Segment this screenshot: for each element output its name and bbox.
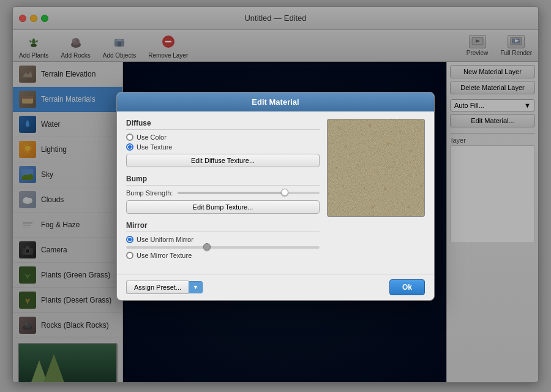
svg-point-38 <box>345 145 347 148</box>
svg-point-49 <box>383 187 386 190</box>
svg-point-32 <box>339 127 341 129</box>
use-color-label: Use Color <box>137 134 167 141</box>
svg-point-36 <box>399 130 402 132</box>
svg-point-47 <box>342 184 344 187</box>
use-mirror-texture-label: Use Mirror Texture <box>137 252 192 259</box>
use-mirror-texture-row: Use Mirror Texture <box>126 252 320 259</box>
modal-title: Edit Material <box>252 97 299 107</box>
use-color-radio[interactable] <box>126 134 133 141</box>
svg-point-51 <box>420 184 422 187</box>
assign-preset-button[interactable]: Assign Preset... <box>126 281 189 294</box>
svg-point-55 <box>390 200 392 202</box>
modal-body: Diffuse Use Color Use Texture Edit Diffu… <box>117 111 434 274</box>
diffuse-title: Diffuse <box>126 119 320 130</box>
svg-point-54 <box>372 205 375 208</box>
svg-point-42 <box>335 167 337 168</box>
svg-point-37 <box>418 127 419 129</box>
bump-slider-fill <box>178 192 284 194</box>
use-texture-label: Use Texture <box>137 143 173 151</box>
modal-left-panel: Diffuse Use Color Use Texture Edit Diffu… <box>126 119 320 266</box>
use-mirror-texture-radio[interactable] <box>126 252 133 259</box>
bump-title: Bump <box>126 175 320 186</box>
assign-preset-row: Assign Preset... ▼ <box>126 281 203 294</box>
svg-point-35 <box>381 137 383 138</box>
edit-bump-texture-button[interactable]: Edit Bump Texture... <box>126 200 320 214</box>
use-uniform-mirror-row: Use Uniform Mirror <box>126 236 320 243</box>
bump-strength-slider[interactable] <box>178 192 320 194</box>
svg-point-39 <box>363 151 365 153</box>
modal-title-bar: Edit Material <box>117 92 434 111</box>
svg-point-43 <box>356 164 359 166</box>
svg-point-33 <box>351 134 353 135</box>
svg-point-52 <box>332 203 334 205</box>
bump-slider-thumb[interactable] <box>281 189 288 196</box>
ok-button[interactable]: Ok <box>389 279 425 295</box>
bump-section: Bump Bump Strength: Edit Bump Texture... <box>126 175 320 214</box>
use-texture-row: Use Texture <box>126 143 320 151</box>
use-texture-radio[interactable] <box>126 143 133 151</box>
texture-preview <box>327 119 425 217</box>
svg-point-53 <box>353 197 356 199</box>
svg-point-46 <box>414 167 416 169</box>
mirror-slider-thumb[interactable] <box>203 243 211 251</box>
modal-overlay: Edit Material Diffuse Use Color Use Text… <box>0 0 551 392</box>
use-uniform-mirror-radio[interactable] <box>126 236 133 243</box>
svg-point-44 <box>375 169 378 172</box>
use-color-row: Use Color <box>126 134 320 141</box>
mirror-title: Mirror <box>126 221 320 232</box>
edit-diffuse-texture-button[interactable]: Edit Diffuse Texture... <box>126 154 320 167</box>
svg-point-34 <box>369 124 372 127</box>
svg-point-56 <box>408 206 410 208</box>
diffuse-section: Diffuse Use Color Use Texture Edit Diffu… <box>126 119 320 167</box>
svg-point-45 <box>393 160 395 162</box>
mirror-slider[interactable] <box>126 246 320 249</box>
svg-point-50 <box>402 182 404 184</box>
svg-point-40 <box>386 142 389 145</box>
edit-material-modal: Edit Material Diffuse Use Color Use Text… <box>116 92 435 301</box>
mirror-section: Mirror Use Uniform Mirror Use Mirror Tex… <box>126 221 320 259</box>
assign-preset-arrow[interactable]: ▼ <box>189 281 203 293</box>
modal-footer: Assign Preset... ▼ Ok <box>117 274 434 300</box>
svg-point-41 <box>411 148 413 151</box>
bump-strength-label: Bump Strength: <box>126 189 173 197</box>
use-uniform-mirror-label: Use Uniform Mirror <box>137 236 193 243</box>
svg-rect-31 <box>328 119 424 216</box>
bump-strength-row: Bump Strength: <box>126 189 320 197</box>
svg-point-48 <box>366 179 368 181</box>
texture-svg <box>328 119 424 216</box>
